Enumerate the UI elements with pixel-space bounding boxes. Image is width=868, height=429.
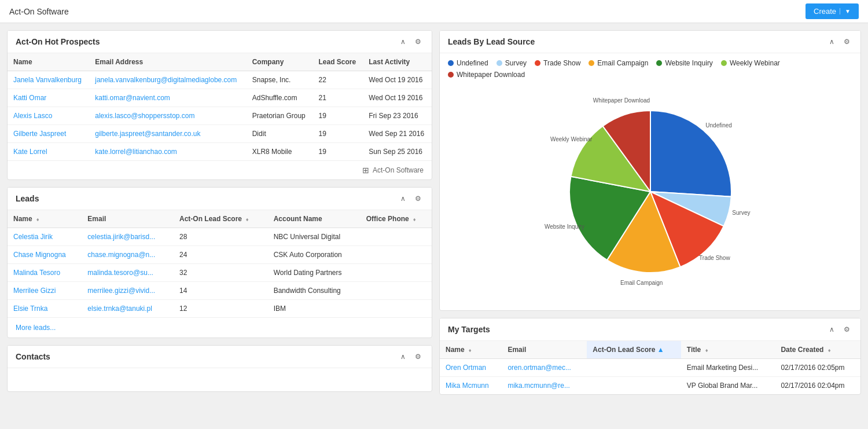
- hp-email-link[interactable]: kate.lorrel@litianchao.com: [95, 148, 177, 156]
- hp-email-link[interactable]: gilberte.jaspreet@santander.co.uk: [95, 130, 200, 138]
- hp-name-link[interactable]: Alexis Lasco: [13, 112, 52, 120]
- hp-name: Alexis Lasco: [8, 107, 89, 125]
- left-column: Act-On Hot Prospects ∧ ⚙ Name Email Addr…: [7, 30, 432, 422]
- legend-dot: [448, 60, 454, 66]
- hp-col-email: Email Address: [89, 53, 246, 71]
- legend-dot: [721, 60, 727, 66]
- hp-name-link[interactable]: Janela Vanvalkenburg: [13, 76, 82, 84]
- target-email-link[interactable]: oren.ortman@mec...: [507, 364, 571, 372]
- legend-item: Whitepaper Download: [448, 71, 525, 79]
- targets-col-date: Date Created ⬧: [775, 341, 860, 359]
- create-button[interactable]: Create ▼: [806, 3, 859, 19]
- pie-chart-svg: UndefinedSurveyTrade ShowEmail CampaignW…: [535, 90, 766, 299]
- lead-name-link[interactable]: Malinda Tesoro: [13, 269, 60, 277]
- my-targets-settings-btn[interactable]: ⚙: [841, 324, 852, 335]
- lead-email-link[interactable]: chase.mignogna@n...: [87, 251, 155, 259]
- legend-dot: [496, 60, 502, 66]
- lead-name-link[interactable]: Elsie Trnka: [13, 305, 47, 313]
- hp-col-score: Lead Score: [313, 53, 363, 71]
- lead-email-link[interactable]: merrilee.gizzi@vivid...: [87, 287, 155, 295]
- pie-label: Email Campaign: [620, 280, 663, 286]
- lead-name: Malinda Tesoro: [8, 264, 82, 282]
- lead-phone: [361, 228, 432, 246]
- legend-label: Website Inquiry: [665, 59, 712, 67]
- hp-email-link[interactable]: janela.vanvalkenburg@digitalmediaglobe.c…: [95, 76, 237, 84]
- lead-phone: [361, 246, 432, 264]
- leads-col-name: Name ⬧: [8, 210, 82, 228]
- targets-row: Oren Ortman oren.ortman@mec... Email Mar…: [440, 359, 860, 377]
- hp-email: alexis.lasco@shoppersstop.com: [89, 107, 246, 125]
- hp-email-link[interactable]: katti.omar@navient.com: [95, 94, 170, 102]
- lead-name-link[interactable]: Celestia Jirik: [13, 233, 53, 241]
- hot-prospects-widget: Act-On Hot Prospects ∧ ⚙ Name Email Addr…: [7, 30, 432, 180]
- hot-prospects-row: Alexis Lasco alexis.lasco@shoppersstop.c…: [8, 107, 432, 125]
- hp-name: Janela Vanvalkenburg: [8, 71, 89, 89]
- lead-account: World Dating Partners: [268, 264, 361, 282]
- pie-label: Undefined: [705, 122, 732, 129]
- lead-phone: [361, 300, 432, 318]
- lead-name: Elsie Trnka: [8, 300, 82, 318]
- hp-name-link[interactable]: Kate Lorrel: [13, 148, 47, 156]
- leads-by-source-title: Leads By Lead Source: [448, 37, 535, 46]
- lead-email: elsie.trnka@tanuki.pl: [82, 300, 174, 318]
- lead-email-link[interactable]: celestia.jirik@barisd...: [87, 233, 155, 241]
- lead-name-link[interactable]: Merrilee Gizzi: [13, 287, 56, 295]
- hp-company: Snapse, Inc.: [247, 71, 313, 89]
- hp-name-link[interactable]: Gilberte Jaspreet: [13, 130, 66, 138]
- hot-prospects-controls: ∧ ⚙: [398, 36, 424, 47]
- contacts-collapse-btn[interactable]: ∧: [398, 351, 408, 362]
- leads-by-source-settings-btn[interactable]: ⚙: [841, 36, 852, 47]
- my-targets-controls: ∧ ⚙: [827, 324, 852, 335]
- lead-email-link[interactable]: malinda.tesoro@su...: [87, 269, 153, 277]
- target-email: mika.mcmunn@re...: [502, 377, 587, 395]
- lead-email: merrilee.gizzi@vivid...: [82, 282, 174, 300]
- legend-item: Undefined: [448, 59, 488, 67]
- my-targets-title: My Targets: [448, 325, 490, 334]
- targets-col-email: Email: [502, 341, 587, 359]
- pie-chart-container: UndefinedSurveyTrade ShowEmail CampaignW…: [440, 53, 860, 310]
- lead-email: celestia.jirik@barisd...: [82, 228, 174, 246]
- hot-prospects-row: Gilberte Jaspreet gilberte.jaspreet@sant…: [8, 125, 432, 143]
- lead-name: Merrilee Gizzi: [8, 282, 82, 300]
- leads-row: Elsie Trnka elsie.trnka@tanuki.pl 12 IBM: [8, 300, 432, 318]
- hp-score: 19: [313, 107, 363, 125]
- hot-prospects-footer: ⊞ Act-On Software: [8, 160, 432, 179]
- leads-col-account: Account Name: [268, 210, 361, 228]
- hot-prospects-collapse-btn[interactable]: ∧: [398, 36, 408, 47]
- hp-company: XLR8 Mobile: [247, 143, 313, 161]
- leads-title: Leads: [16, 194, 39, 203]
- legend-dot: [535, 60, 540, 66]
- lead-account: CSK Auto Corporation: [268, 246, 361, 264]
- right-column: Leads By Lead Source ∧ ⚙ UndefinedSurvey…: [439, 30, 861, 422]
- lead-email-link[interactable]: elsie.trnka@tanuki.pl: [87, 305, 152, 313]
- pie-chart-area: UndefinedSurveyTrade ShowEmail CampaignW…: [448, 85, 852, 305]
- legend-item: Website Inquiry: [656, 59, 712, 67]
- legend-label: Trade Show: [543, 59, 580, 67]
- footer-text: Act-On Software: [373, 166, 424, 174]
- lead-name-link[interactable]: Chase Mignogna: [13, 251, 66, 259]
- hp-col-name: Name: [8, 53, 89, 71]
- pie-legend: UndefinedSurveyTrade ShowEmail CampaignW…: [448, 59, 852, 79]
- target-name-link[interactable]: Mika Mcmunn: [446, 382, 489, 390]
- contacts-settings-btn[interactable]: ⚙: [413, 351, 424, 362]
- my-targets-collapse-btn[interactable]: ∧: [827, 324, 837, 335]
- my-targets-header: My Targets ∧ ⚙: [440, 318, 860, 341]
- leads-settings-btn[interactable]: ⚙: [413, 193, 424, 204]
- leads-by-source-collapse-btn[interactable]: ∧: [827, 36, 837, 47]
- lead-name: Chase Mignogna: [8, 246, 82, 264]
- pie-label: Whitepaper Download: [593, 97, 649, 104]
- more-leads-link[interactable]: More leads...: [8, 317, 432, 338]
- leads-table: Name ⬧ Email Act-On Lead Score ⬧ Account…: [8, 210, 432, 317]
- target-email: oren.ortman@mec...: [502, 359, 587, 377]
- target-email-link[interactable]: mika.mcmunn@re...: [507, 382, 570, 390]
- hp-name-link[interactable]: Katti Omar: [13, 94, 46, 102]
- create-dropdown-arrow[interactable]: ▼: [840, 8, 851, 14]
- target-name-link[interactable]: Oren Ortman: [446, 364, 486, 372]
- leads-collapse-btn[interactable]: ∧: [398, 193, 408, 204]
- contacts-header: Contacts ∧ ⚙: [8, 346, 432, 368]
- target-score: [587, 377, 681, 395]
- targets-col-name: Name ⬧: [440, 341, 502, 359]
- leads-header: Leads ∧ ⚙: [8, 188, 432, 210]
- hot-prospects-settings-btn[interactable]: ⚙: [413, 36, 424, 47]
- hp-email-link[interactable]: alexis.lasco@shoppersstop.com: [95, 112, 194, 120]
